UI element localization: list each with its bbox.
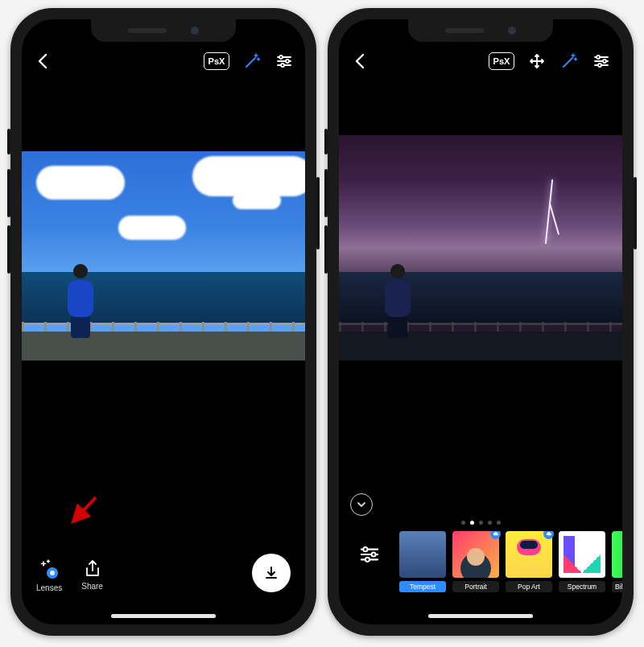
svg-point-5 (597, 56, 600, 59)
notch (91, 19, 236, 42)
screen-left: PsX (22, 19, 305, 624)
filter-thumb (399, 531, 446, 578)
move-icon[interactable] (527, 52, 547, 71)
filter-portrait[interactable]: Portrait (452, 531, 500, 592)
cloud-badge-icon (490, 531, 501, 539)
notch (408, 19, 553, 42)
download-icon (263, 565, 279, 581)
home-indicator[interactable] (428, 614, 533, 618)
svg-point-0 (279, 56, 283, 59)
image-canvas[interactable] (22, 79, 305, 554)
sliders-icon[interactable] (592, 52, 611, 71)
svg-point-7 (598, 64, 601, 67)
svg-point-9 (372, 552, 376, 556)
svg-point-6 (603, 60, 606, 63)
filter-billie[interactable]: Billie Eilish Bl… (611, 531, 622, 592)
svg-point-4 (50, 571, 55, 575)
filter-label: Pop Art (506, 581, 552, 592)
filter-popart[interactable]: Pop Art (505, 531, 553, 592)
photo-original (22, 151, 305, 361)
lenses-button[interactable]: Lenses (36, 559, 62, 592)
filter-label: Tempest (399, 581, 446, 592)
page-dot (461, 521, 465, 525)
back-icon[interactable] (33, 52, 52, 71)
svg-point-2 (281, 64, 284, 67)
filter-label: Portrait (452, 581, 499, 592)
filter-row[interactable]: TempestPortraitPop ArtSpectrumBillie Eil… (339, 531, 622, 624)
magic-wand-icon[interactable] (559, 52, 579, 71)
sliders-icon[interactable] (275, 52, 294, 71)
download-button[interactable] (252, 554, 291, 592)
share-icon (83, 559, 102, 579)
filter-tempest[interactable]: Tempest (398, 531, 447, 592)
lenses-icon (39, 559, 60, 580)
annotation-arrow (64, 492, 101, 530)
page-indicator (339, 521, 622, 525)
cloud-badge-icon (543, 531, 554, 539)
filter-spectrum[interactable]: Spectrum (558, 531, 606, 592)
image-canvas[interactable] (339, 79, 622, 493)
filter-thumb (559, 531, 605, 578)
filter-adjust[interactable] (345, 531, 394, 592)
svg-point-8 (363, 547, 367, 551)
photo-tempest (339, 135, 622, 361)
share-label: Share (81, 582, 103, 591)
svg-point-1 (286, 60, 289, 63)
chevron-down-icon (357, 500, 366, 509)
filter-label: Spectrum (559, 581, 605, 592)
share-button[interactable]: Share (81, 559, 103, 592)
svg-point-10 (365, 558, 369, 562)
phone-left: PsX (10, 8, 316, 636)
filter-thumb (612, 531, 622, 578)
screen-right: PsX (339, 19, 622, 624)
filter-thumb (346, 531, 393, 578)
filter-panel: TempestPortraitPop ArtSpectrumBillie Eil… (339, 493, 622, 624)
collapse-button[interactable] (350, 493, 373, 516)
phone-right: PsX (328, 8, 634, 636)
page-dot (479, 521, 483, 525)
magic-wand-icon[interactable] (242, 52, 262, 71)
filter-label: Billie Eilish Bl… (612, 581, 622, 592)
psx-icon[interactable]: PsX (489, 52, 514, 70)
back-icon[interactable] (350, 52, 369, 71)
page-dot (497, 521, 501, 525)
home-indicator[interactable] (111, 614, 216, 618)
page-dot (470, 521, 474, 525)
lenses-label: Lenses (36, 583, 62, 592)
psx-icon[interactable]: PsX (204, 52, 229, 70)
page-dot (488, 521, 492, 525)
